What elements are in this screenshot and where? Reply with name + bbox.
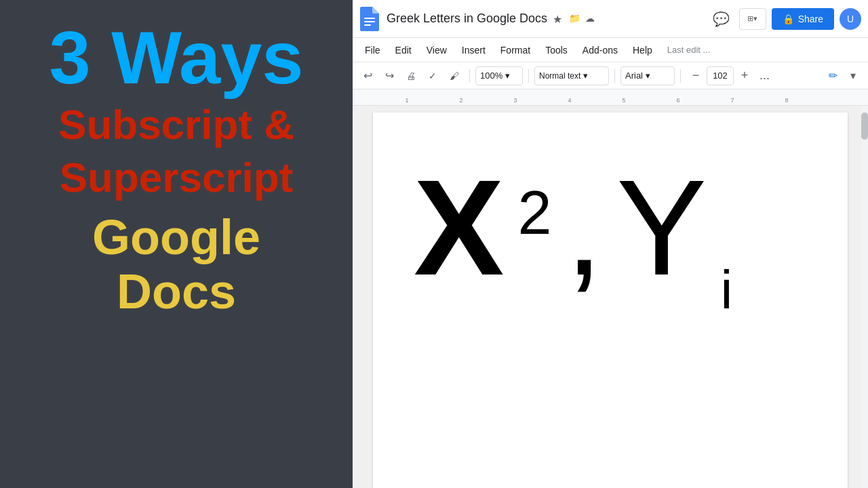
- share-label: Share: [798, 14, 823, 24]
- ruler-mark-6: 6: [676, 97, 679, 104]
- menu-insert[interactable]: Insert: [455, 42, 492, 58]
- superscript-char: 2: [517, 182, 551, 243]
- subscript-char: i: [720, 263, 732, 317]
- ruler: 1 2 3 4 5 6 7 8: [353, 89, 868, 106]
- scrollbar-thumb[interactable]: [861, 113, 868, 140]
- scrollbar-right[interactable]: [861, 106, 868, 488]
- ruler-mark-3: 3: [513, 97, 517, 104]
- menu-tools[interactable]: Tools: [538, 42, 574, 58]
- menu-format[interactable]: Format: [494, 42, 537, 58]
- ruler-mark-1: 1: [405, 97, 408, 104]
- lock-icon: 🔒: [783, 14, 794, 24]
- docs-label: Docs: [14, 265, 339, 319]
- subscript-label: Subscript &: [14, 102, 339, 148]
- folder-icon[interactable]: 📁: [569, 13, 581, 25]
- doc-page: X2 , Yi: [373, 113, 848, 488]
- last-edit-label: Last edit ...: [660, 42, 717, 58]
- menu-view[interactable]: View: [420, 42, 454, 58]
- font-size-value[interactable]: 102: [707, 66, 734, 85]
- undo-btn[interactable]: ↩: [358, 66, 377, 85]
- share-button[interactable]: 🔒 Share: [772, 8, 834, 30]
- comment-icon-btn[interactable]: 💬: [709, 7, 734, 31]
- svg-rect-2: [364, 24, 371, 26]
- font-size-increase-btn[interactable]: +: [735, 66, 754, 85]
- menu-help[interactable]: Help: [626, 42, 659, 58]
- edit-btns: ✏ ▾: [823, 66, 863, 85]
- svg-rect-0: [364, 18, 375, 19]
- title-bar: Greek Letters in Google Docs ★ 📁 ☁ 💬 ⊞▾ …: [353, 0, 868, 38]
- print-btn[interactable]: 🖨: [401, 66, 420, 85]
- comma-char: ,: [565, 160, 603, 296]
- ruler-mark-4: 4: [568, 97, 571, 104]
- ruler-mark-2: 2: [459, 97, 462, 104]
- cloud-icon[interactable]: ☁: [585, 13, 597, 25]
- toolbar-divider-4: [680, 69, 681, 83]
- menu-edit[interactable]: Edit: [389, 42, 418, 58]
- redo-btn[interactable]: ↪: [380, 66, 399, 85]
- spellcheck-btn[interactable]: ✓: [423, 66, 442, 85]
- toolbar-divider-2: [528, 69, 529, 83]
- font-size-area: − 102 +: [686, 66, 754, 85]
- menu-bar: File Edit View Insert Format Tools Add-o…: [353, 38, 868, 62]
- zoom-value: 100%: [480, 70, 502, 81]
- style-value: Normal text: [539, 71, 580, 81]
- menu-addons[interactable]: Add-ons: [576, 42, 625, 58]
- big-x-char: X: [414, 160, 504, 296]
- doc-title-row: Greek Letters in Google Docs ★ 📁 ☁: [387, 12, 703, 26]
- comment-icon: 💬: [713, 11, 730, 27]
- doc-title-text: Greek Letters in Google Docs: [387, 12, 547, 26]
- title-section: Greek Letters in Google Docs ★ 📁 ☁: [387, 12, 703, 26]
- doc-title-icons: ★ 📁 ☁: [553, 13, 597, 25]
- superscript-label: Superscript: [14, 155, 339, 201]
- star-icon[interactable]: ★: [553, 13, 565, 25]
- style-select[interactable]: Normal text ▾: [534, 66, 609, 85]
- zoom-select[interactable]: 100% ▾: [475, 66, 523, 85]
- explore-icon: ⊞▾: [747, 14, 757, 23]
- google-label: Google: [14, 211, 339, 264]
- avatar[interactable]: U: [840, 8, 861, 30]
- svg-rect-1: [364, 21, 375, 22]
- ways-title: 3 Ways: [14, 20, 339, 95]
- ruler-mark-5: 5: [622, 97, 625, 104]
- ruler-mark-7: 7: [730, 97, 734, 104]
- ruler-mark-8: 8: [785, 97, 788, 104]
- docs-logo: [359, 6, 380, 32]
- font-size-decrease-btn[interactable]: −: [686, 66, 705, 85]
- doc-area: X2 , Yi: [353, 106, 868, 488]
- ruler-content: 1 2 3 4 5 6 7 8: [353, 89, 868, 105]
- paint-btn[interactable]: 🖌: [445, 66, 464, 85]
- explore-btn[interactable]: ⊞▾: [739, 8, 766, 30]
- style-chevron: ▾: [583, 70, 588, 81]
- doc-content: X2 , Yi: [414, 160, 807, 296]
- left-panel: 3 Ways Subscript & Superscript Google Do…: [0, 0, 353, 488]
- title-bar-right: 💬 ⊞▾ 🔒 Share U: [709, 7, 861, 31]
- font-value: Arial: [625, 70, 643, 81]
- toolbar: ↩ ↪ 🖨 ✓ 🖌 100% ▾ Normal text ▾ Arial ▾ −…: [353, 62, 868, 89]
- zoom-chevron: ▾: [505, 70, 510, 81]
- font-select[interactable]: Arial ▾: [620, 66, 675, 85]
- menu-file[interactable]: File: [358, 42, 387, 58]
- more-options-btn[interactable]: ...: [757, 66, 772, 85]
- edit-chevron-btn[interactable]: ▾: [844, 66, 863, 85]
- toolbar-divider-3: [614, 69, 615, 83]
- right-panel: Greek Letters in Google Docs ★ 📁 ☁ 💬 ⊞▾ …: [353, 0, 868, 488]
- edit-pencil-btn[interactable]: ✏: [823, 66, 842, 85]
- toolbar-divider-1: [469, 69, 470, 83]
- font-chevron: ▾: [646, 70, 650, 81]
- big-y-char: Y: [616, 160, 707, 296]
